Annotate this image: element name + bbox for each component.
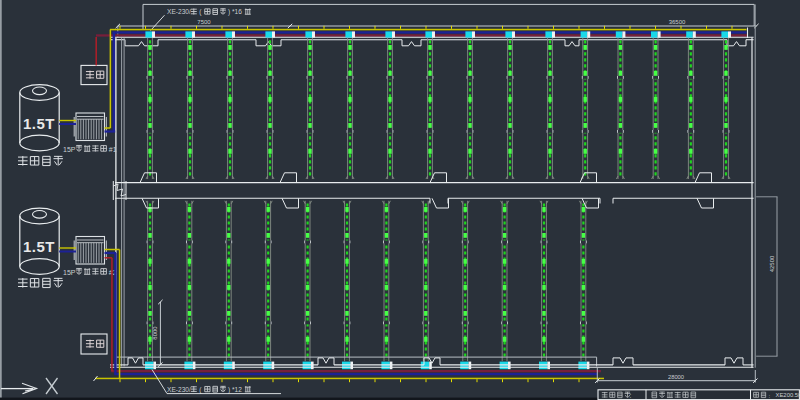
svg-text:) *12: ) *12 <box>228 386 242 394</box>
svg-text:XE200.50: XE200.50 <box>776 392 800 398</box>
svg-text:1.5T: 1.5T <box>23 238 55 255</box>
svg-text:) *16: ) *16 <box>228 8 242 16</box>
svg-text:7500: 7500 <box>197 19 211 25</box>
svg-text:15P: 15P <box>63 269 76 276</box>
svg-text:8000: 8000 <box>152 326 158 340</box>
svg-text:XE-230/: XE-230/ <box>167 8 191 15</box>
svg-text::: : <box>769 392 771 399</box>
svg-text:#1: #1 <box>109 146 117 153</box>
svg-text:15P: 15P <box>63 146 76 153</box>
svg-text:1.5T: 1.5T <box>23 115 55 132</box>
svg-text:42500: 42500 <box>769 255 775 272</box>
svg-text:28000: 28000 <box>668 374 684 380</box>
svg-text:XE-230/: XE-230/ <box>167 386 191 393</box>
svg-text:36500: 36500 <box>669 19 686 25</box>
svg-text::: : <box>630 392 632 399</box>
